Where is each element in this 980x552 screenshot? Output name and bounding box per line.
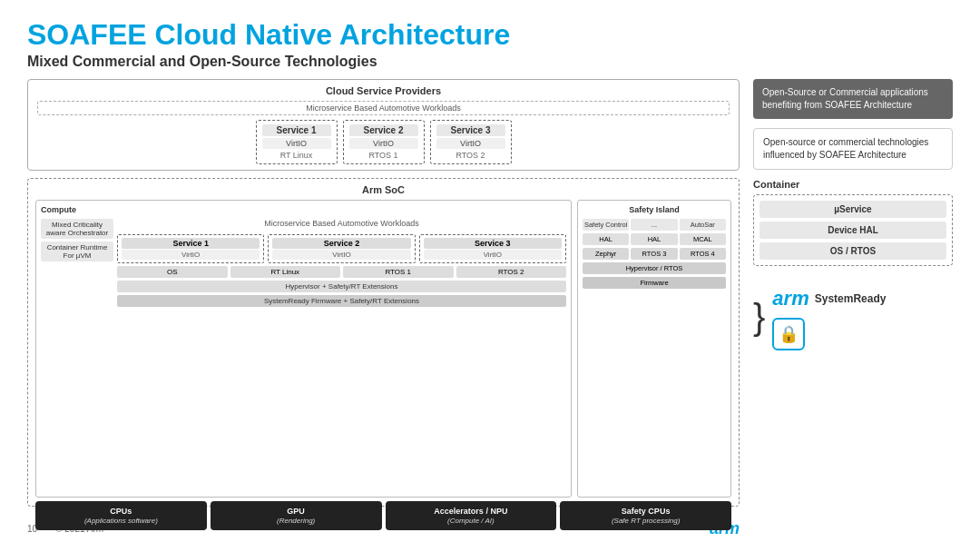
arm-service-1-virtio: VirtIO xyxy=(122,250,260,260)
cloud-service-3-os: RTOS 2 xyxy=(436,151,505,160)
rtos3-cell: RTOS 3 xyxy=(631,248,677,260)
lock-row: 🔒 xyxy=(772,318,886,350)
cloud-services-row: Service 1 VirtIO RT Linux Service 2 Virt… xyxy=(37,120,730,164)
safety-dots-cell: ... xyxy=(631,219,677,231)
hypervisor-row: Hypervisor + Safety/RT Extensions xyxy=(117,281,566,292)
container-item-devicehal: Device HAL xyxy=(760,222,946,239)
container-runtime-box: Container Runtime For µVM xyxy=(41,242,113,261)
sidebar-commercial-text: Open-Source or Commercial applications b… xyxy=(762,87,928,110)
container-item-osrtos: OS / RTOS xyxy=(760,242,946,260)
zephyr-row: Zephyr RTOS 3 RTOS 4 xyxy=(583,248,726,260)
cloud-service-1: Service 1 VirtIO RT Linux xyxy=(256,120,338,164)
arm-soc-inner: Compute Mixed Criticality aware Orchestr… xyxy=(35,200,731,498)
arm-logo-area: arm SystemReady xyxy=(772,287,886,310)
cloud-service-3-name: Service 3 xyxy=(436,124,505,136)
cloud-section: Cloud Service Providers Microservice Bas… xyxy=(27,79,740,171)
cloud-service-2-name: Service 2 xyxy=(349,124,418,136)
gpu-sublabel: (Rendering) xyxy=(277,517,315,525)
gpu-label: GPU xyxy=(218,507,375,516)
safety-cpus-label: Safety CPUs xyxy=(567,507,724,516)
safety-control-cell: Safety Control xyxy=(583,219,629,231)
arm-logo-text: arm xyxy=(772,287,808,310)
mcal-cell: MCAL xyxy=(680,233,726,245)
container-inner: µService Device HAL OS / RTOS xyxy=(753,194,953,266)
os-cell-os: OS xyxy=(117,266,228,278)
container-section: Container µService Device HAL OS / RTOS xyxy=(753,179,953,266)
safety-title: Safety Island xyxy=(583,205,726,214)
firmware-row: Firmware xyxy=(583,277,726,289)
subtitle: Mixed Commercial and Open-Source Technol… xyxy=(27,54,953,70)
arm-service-1: Service 1 VirtIO xyxy=(117,234,264,263)
autosar-cell: AutoSar xyxy=(680,219,726,231)
cloud-service-2: Service 2 VirtIO RTOS 1 xyxy=(343,120,425,164)
compute-section: Compute Mixed Criticality aware Orchestr… xyxy=(35,200,572,498)
npu-label: Accelerators / NPU xyxy=(393,507,550,516)
container-item-uservice: µService xyxy=(760,201,946,218)
cloud-service-1-name: Service 1 xyxy=(262,124,331,136)
arm-service-3-name: Service 3 xyxy=(424,238,562,249)
cloud-service-1-os: RT Linux xyxy=(262,151,331,160)
cloud-service-3: Service 3 VirtIO RTOS 2 xyxy=(430,120,512,164)
sidebar-box-commercial: Open-Source or Commercial applications b… xyxy=(753,79,953,119)
compute-body: Mixed Criticality aware Orchestrator Con… xyxy=(41,219,566,492)
sidebar-opensource-text: Open-source or commercial technologies i… xyxy=(763,137,928,160)
brace-icon: } xyxy=(753,299,765,335)
arm-soc-section: Arm SoC Compute Mixed Criticality aware … xyxy=(27,178,740,507)
page: SOAFEE Cloud Native Architecture Mixed C… xyxy=(0,0,980,552)
hal-cell-1: HAL xyxy=(583,233,629,245)
arm-systemready-section: } arm SystemReady 🔒 xyxy=(753,282,953,350)
gpu-cell: GPU (Rendering) xyxy=(211,501,382,530)
arm-service-1-name: Service 1 xyxy=(122,238,260,249)
arm-service-3-virtio: VirtIO xyxy=(424,250,562,260)
arm-service-2: Service 2 VirtIO xyxy=(268,234,415,263)
cloud-service-1-virtio: VirtIO xyxy=(262,138,331,149)
safety-top-row: Safety Control ... AutoSar xyxy=(583,219,726,231)
lock-icon: 🔒 xyxy=(772,318,805,350)
arm-brand-area: arm SystemReady 🔒 xyxy=(772,282,886,350)
system-ready-text: SystemReady xyxy=(815,292,887,305)
mixed-criticality-box: Mixed Criticality aware Orchestrator xyxy=(41,219,113,239)
safety-cpus-cell: Safety CPUs (Safe RT processing) xyxy=(560,501,731,530)
systemready-row: SystemReady Firmware + Safety/RT Extensi… xyxy=(117,295,566,307)
cpus-cell: CPUs (Applications software) xyxy=(35,501,207,530)
hal-row: HAL HAL MCAL xyxy=(583,233,726,245)
arm-service-2-name: Service 2 xyxy=(272,238,410,249)
compute-left: Mixed Criticality aware Orchestrator Con… xyxy=(41,219,113,492)
rtos4-cell: RTOS 4 xyxy=(680,248,726,260)
arm-service-3: Service 3 VirtIO xyxy=(419,234,566,263)
container-label: Container xyxy=(753,179,953,190)
safety-hypervisor-row: Hypervisor / RTOS xyxy=(583,262,726,274)
safety-cpus-sublabel: (Safe RT processing) xyxy=(612,517,680,525)
content-area: Cloud Service Providers Microservice Bas… xyxy=(27,79,953,538)
npu-cell: Accelerators / NPU (Compute / AI) xyxy=(386,501,557,530)
os-cell-rtlinux: RT Linux xyxy=(230,266,341,278)
cloud-section-title: Cloud Service Providers xyxy=(37,85,730,96)
microservice-label: Microservice Based Automotive Workloads xyxy=(117,219,566,228)
bottom-row: CPUs (Applications software) GPU (Render… xyxy=(35,501,731,530)
compute-title: Compute xyxy=(41,205,566,214)
zephyr-cell: Zephyr xyxy=(583,248,629,260)
right-sidebar: Open-Source or Commercial applications b… xyxy=(753,79,953,538)
cloud-inner-label: Microservice Based Automotive Workloads xyxy=(37,101,730,115)
compute-right: Microservice Based Automotive Workloads … xyxy=(117,219,566,492)
inner-services-row: Service 1 VirtIO Service 2 VirtIO Servic… xyxy=(117,234,566,263)
npu-sublabel: (Compute / AI) xyxy=(447,517,495,525)
cloud-service-3-virtio: VirtIO xyxy=(436,138,505,149)
sidebar-box-opensource: Open-source or commercial technologies i… xyxy=(753,128,953,170)
cpus-label: CPUs xyxy=(43,507,200,516)
os-cell-rtos1: RTOS 1 xyxy=(343,266,454,278)
arm-soc-title: Arm SoC xyxy=(35,184,731,195)
os-cell-rtos2: RTOS 2 xyxy=(456,266,567,278)
cloud-service-2-os: RTOS 1 xyxy=(349,151,418,160)
title: SOAFEE Cloud Native Architecture xyxy=(27,18,953,52)
hal-cell-2: HAL xyxy=(631,233,677,245)
safety-section: Safety Island Safety Control ... AutoSar… xyxy=(577,200,731,498)
cloud-service-2-virtio: VirtIO xyxy=(349,138,418,149)
cpus-sublabel: (Applications software) xyxy=(84,517,158,525)
arm-service-2-virtio: VirtIO xyxy=(272,250,410,260)
inner-os-row: OS RT Linux RTOS 1 RTOS 2 xyxy=(117,266,566,278)
left-main: Cloud Service Providers Microservice Bas… xyxy=(27,79,740,538)
